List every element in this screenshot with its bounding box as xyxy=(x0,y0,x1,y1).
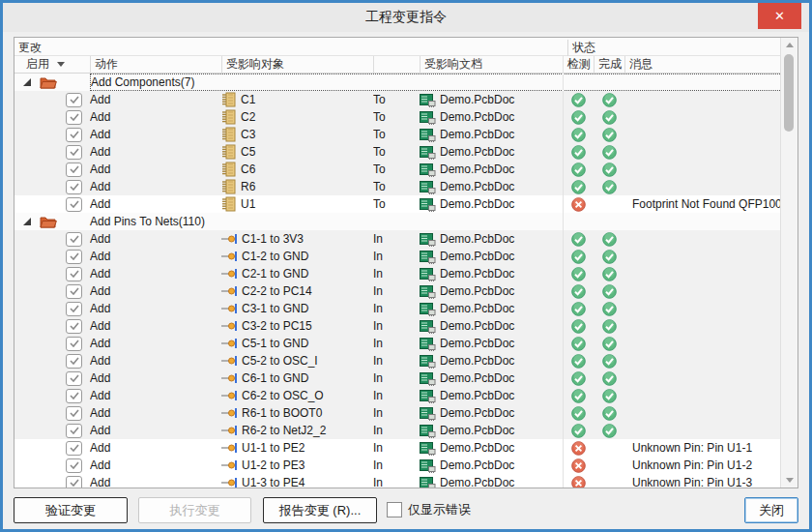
scroll-up-icon[interactable] xyxy=(781,38,798,52)
expand-collapse-icon[interactable] xyxy=(14,74,40,91)
enable-checkbox[interactable] xyxy=(66,302,82,316)
prep-label: In xyxy=(373,404,420,422)
document-label: Demo.PcbDoc xyxy=(440,284,514,298)
message-label xyxy=(624,300,798,317)
change-row[interactable]: Add U1-3 to PE4 In Demo.PcbDoc Unknown P… xyxy=(14,474,798,488)
scroll-down-icon[interactable] xyxy=(781,473,798,488)
enable-checkbox[interactable] xyxy=(66,250,82,264)
change-row[interactable]: Add C5 To Demo.PcbDoc xyxy=(14,143,798,161)
column-message[interactable]: 消息 xyxy=(624,56,798,73)
prep-label: To xyxy=(373,178,420,195)
message-label: Unknown Pin: Pin U1-1 xyxy=(624,439,798,457)
group-row[interactable]: Add Components(7) xyxy=(14,74,798,91)
enable-checkbox[interactable] xyxy=(66,267,82,281)
column-object[interactable]: 受影响对象 xyxy=(221,56,373,73)
change-row[interactable]: Add C1 To Demo.PcbDoc xyxy=(14,91,798,108)
column-prep[interactable] xyxy=(373,56,420,73)
enable-checkbox[interactable] xyxy=(66,354,82,369)
enable-checkbox[interactable] xyxy=(66,163,82,177)
enable-checkbox[interactable] xyxy=(66,424,82,438)
check-status-icon xyxy=(563,282,594,300)
enable-checkbox[interactable] xyxy=(66,145,82,160)
column-done[interactable]: 完成 xyxy=(594,56,624,73)
enable-checkbox[interactable] xyxy=(66,232,82,247)
action-label: Add xyxy=(90,195,221,213)
component-icon xyxy=(221,196,237,212)
change-row[interactable]: Add C3 To Demo.PcbDoc xyxy=(14,126,798,143)
change-row[interactable]: Add C2-1 to GND In Demo.PcbDoc xyxy=(14,265,798,282)
enable-checkbox[interactable] xyxy=(66,458,82,473)
enable-checkbox[interactable] xyxy=(66,337,82,351)
filter-dropdown-icon[interactable] xyxy=(57,62,65,67)
change-row[interactable]: Add C3-1 to GND In Demo.PcbDoc xyxy=(14,300,798,317)
document-label: Demo.PcbDoc xyxy=(440,319,514,333)
change-row[interactable]: Add C5-1 to GND In Demo.PcbDoc xyxy=(14,335,798,352)
enable-checkbox[interactable] xyxy=(66,371,82,386)
message-label: Unknown Pin: Pin U1-3 xyxy=(624,474,798,488)
close-dialog-button[interactable]: 关闭 xyxy=(744,497,798,523)
column-document[interactable]: 受影响文档 xyxy=(420,56,563,73)
column-action[interactable]: 动作 xyxy=(90,56,221,73)
enable-checkbox[interactable] xyxy=(66,319,82,334)
group-row[interactable]: Add Pins To Nets(110) xyxy=(14,213,798,230)
only-show-errors-toggle[interactable]: 仅显示错误 xyxy=(387,501,471,518)
change-row[interactable]: Add C1-2 to GND In Demo.PcbDoc xyxy=(14,248,798,265)
change-row[interactable]: Add R6-1 to BOOT0 In Demo.PcbDoc xyxy=(14,404,798,422)
document-label: Demo.PcbDoc xyxy=(440,180,514,193)
change-row[interactable]: Add C6-2 to OSC_O In Demo.PcbDoc xyxy=(14,387,798,404)
done-status-icon xyxy=(594,282,624,300)
enable-checkbox[interactable] xyxy=(66,110,82,125)
enable-checkbox[interactable] xyxy=(66,128,82,142)
change-row[interactable]: Add R6-2 to NetJ2_2 In Demo.PcbDoc xyxy=(14,422,798,439)
object-label: U1-1 to PE2 xyxy=(242,441,304,455)
report-changes-button[interactable]: 报告变更 (R)... xyxy=(263,497,377,523)
object-label: R6 xyxy=(241,180,255,193)
pcbdoc-icon xyxy=(420,424,436,438)
expand-collapse-icon[interactable] xyxy=(14,213,40,230)
done-status-icon xyxy=(594,300,624,317)
column-check[interactable]: 检测 xyxy=(563,56,594,73)
pin-icon xyxy=(221,388,238,403)
change-row[interactable]: Add C1-1 to 3V3 In Demo.PcbDoc xyxy=(14,230,798,248)
change-row[interactable]: Add C3-2 to PC15 In Demo.PcbDoc xyxy=(14,317,798,335)
object-label: C2-1 to GND xyxy=(242,267,308,281)
change-row[interactable]: Add U1-1 to PE2 In Demo.PcbDoc Unknown P… xyxy=(14,439,798,457)
change-row[interactable]: Add R6 To Demo.PcbDoc xyxy=(14,178,798,195)
enable-checkbox[interactable] xyxy=(66,284,82,299)
pcbdoc-icon xyxy=(420,389,436,403)
scrollbar-thumb[interactable] xyxy=(784,54,794,132)
enable-checkbox[interactable] xyxy=(66,389,82,403)
only-show-errors-checkbox[interactable] xyxy=(387,502,402,517)
action-label: Add xyxy=(90,178,221,195)
check-status-icon xyxy=(563,457,594,474)
validate-changes-button[interactable]: 验证变更 xyxy=(14,497,128,523)
pcbdoc-icon xyxy=(420,284,436,299)
action-label: Add xyxy=(90,300,221,317)
vertical-scrollbar[interactable] xyxy=(780,38,798,488)
component-icon xyxy=(221,109,237,125)
enable-checkbox[interactable] xyxy=(66,180,82,194)
close-button[interactable]: ✕ xyxy=(758,3,801,29)
action-label: Add xyxy=(90,335,221,352)
pin-icon xyxy=(221,370,238,386)
change-row[interactable]: Add U1-2 to PE3 In Demo.PcbDoc Unknown P… xyxy=(14,457,798,474)
column-enable[interactable]: 启用 xyxy=(14,56,90,73)
change-row[interactable]: Add C2-2 to PC14 In Demo.PcbDoc xyxy=(14,282,798,300)
enable-checkbox[interactable] xyxy=(66,441,82,456)
change-row[interactable]: Add C6 To Demo.PcbDoc xyxy=(14,161,798,178)
enable-checkbox[interactable] xyxy=(66,93,82,107)
change-row[interactable]: Add C5-2 to OSC_I In Demo.PcbDoc xyxy=(14,352,798,369)
check-status-icon xyxy=(563,265,594,282)
pcbdoc-icon xyxy=(420,163,436,177)
enable-checkbox[interactable] xyxy=(66,406,82,421)
object-label: C3-1 to GND xyxy=(242,302,308,315)
pin-icon xyxy=(221,231,238,247)
execute-changes-button[interactable]: 执行变更 xyxy=(138,497,251,523)
enable-checkbox[interactable] xyxy=(66,197,82,212)
enable-checkbox[interactable] xyxy=(66,476,82,489)
change-row[interactable]: Add C2 To Demo.PcbDoc xyxy=(14,108,798,126)
pcbdoc-icon xyxy=(420,441,436,456)
change-row[interactable]: Add U1 To Demo.PcbDoc Footprint Not Foun… xyxy=(14,195,798,213)
message-label xyxy=(624,404,798,422)
change-row[interactable]: Add C6-1 to GND In Demo.PcbDoc xyxy=(14,369,798,387)
